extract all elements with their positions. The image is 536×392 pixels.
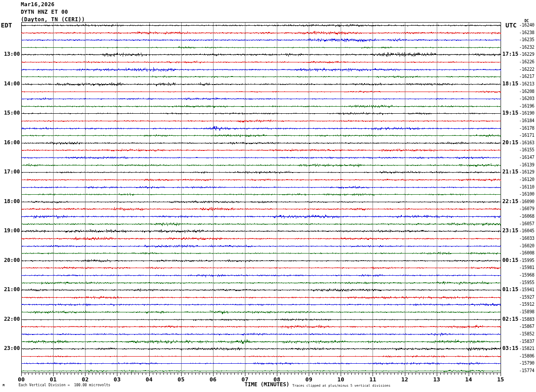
corner-mark: M <box>3 384 4 387</box>
right-time-label: 01:15 <box>502 286 518 292</box>
x-tick-label: 13 <box>431 376 443 383</box>
x-tick-label: 05 <box>175 376 187 383</box>
x-tick-label: 01 <box>47 376 59 383</box>
dc-value: -15790 <box>519 361 534 365</box>
x-tick-label: 15 <box>494 376 507 383</box>
right-time-label: 20:15 <box>502 139 518 146</box>
left-time-label: 22:00 <box>0 316 20 322</box>
x-tick-label: 02 <box>79 376 91 383</box>
left-timezone-label: EDT <box>1 22 12 29</box>
left-time-label: 17:00 <box>0 169 20 175</box>
x-tick-label: 14 <box>462 376 475 383</box>
dc-value: -16068 <box>519 214 534 219</box>
right-time-label: 03:15 <box>502 345 518 351</box>
dc-value: -15898 <box>519 309 534 314</box>
dc-value: -16229 <box>519 52 534 57</box>
dc-value: -15852 <box>519 331 534 336</box>
dc-value: -15995 <box>519 258 534 263</box>
dc-value: -16208 <box>519 89 534 94</box>
dc-value: -15774 <box>519 368 534 373</box>
dc-value: -16033 <box>519 236 534 241</box>
x-tick-label: 10 <box>334 376 347 383</box>
dc-value: -16190 <box>519 111 534 115</box>
left-time-label: 16:00 <box>0 139 20 146</box>
dc-value: -16232 <box>519 45 534 50</box>
right-time-label: 19:15 <box>502 110 518 116</box>
dc-value: -15968 <box>519 273 534 277</box>
dc-value: -15981 <box>519 265 534 270</box>
dc-value: -16120 <box>519 177 534 182</box>
right-time-label: 18:15 <box>502 81 518 87</box>
dc-value: -16235 <box>519 37 534 42</box>
dc-value: -15837 <box>519 339 534 344</box>
dc-value: -16008 <box>519 250 534 255</box>
left-time-label: 23:00 <box>0 345 20 351</box>
dc-value: -16226 <box>519 59 534 64</box>
dc-value: -16057 <box>519 221 534 226</box>
dc-value: -16090 <box>519 199 534 204</box>
right-time-label: 23:15 <box>502 227 518 234</box>
dc-value: -16238 <box>519 30 534 35</box>
dc-value: -16110 <box>519 184 534 189</box>
dc-value: -16045 <box>519 228 534 233</box>
left-time-label: 13:00 <box>0 51 20 57</box>
dc-value: -16196 <box>519 104 534 108</box>
x-tick-label: 09 <box>303 376 315 383</box>
left-time-label: 19:00 <box>0 227 20 234</box>
dc-value: -15912 <box>519 302 534 307</box>
dc-value: -16184 <box>519 118 534 123</box>
right-time-label: 17:15 <box>502 51 518 57</box>
dc-value: -15867 <box>519 324 534 329</box>
right-time-label: 21:15 <box>502 169 518 175</box>
dc-value: -16155 <box>519 147 534 152</box>
dc-value: -15883 <box>519 317 534 322</box>
x-tick-label: 06 <box>207 376 219 383</box>
dc-value: -16079 <box>519 206 534 211</box>
division-note: Each Vertical Division = 100.00 microvol… <box>19 383 110 387</box>
dc-value: -16129 <box>519 169 534 174</box>
x-tick-label: 11 <box>366 376 379 383</box>
dc-value: -15821 <box>519 346 534 351</box>
x-tick-label: 04 <box>143 376 155 383</box>
right-timezone-label: UTC <box>505 22 517 29</box>
clip-note: Traces clipped at plus/minus 5 vertical … <box>292 384 390 388</box>
left-time-label: 21:00 <box>0 286 20 292</box>
x-axis-title: TIME (MINUTES) <box>245 381 289 388</box>
header-location: (Dayton, TN (CERI)) <box>21 16 85 23</box>
dc-value: -16139 <box>519 162 534 167</box>
x-tick-label: 03 <box>111 376 123 383</box>
left-time-label: 20:00 <box>0 257 20 263</box>
dc-value: -15806 <box>519 354 534 358</box>
dc-value: -16203 <box>519 96 534 101</box>
dc-value: -16171 <box>519 133 534 138</box>
right-time-label: 02:15 <box>502 316 518 322</box>
left-time-label: 15:00 <box>0 110 20 116</box>
dc-value: -15941 <box>519 287 534 292</box>
dc-value: -16147 <box>519 155 534 160</box>
x-tick-label: 00 <box>15 376 27 383</box>
dc-value: -16217 <box>519 74 534 79</box>
dc-value: -16240 <box>519 23 534 27</box>
header-station: DYTN HNZ ET 00 <box>21 9 68 15</box>
header-date: Mar16,2026 <box>21 1 54 8</box>
helicorder-screen: { "header": { "date": "Mar16,2026", "sta… <box>0 0 536 392</box>
right-time-label: 00:15 <box>502 257 518 263</box>
dc-value: -16213 <box>519 81 534 86</box>
dc-value: -16020 <box>519 243 534 248</box>
right-time-label: 22:15 <box>502 198 518 204</box>
dc-value: -15927 <box>519 295 534 300</box>
dc-value: -15955 <box>519 280 534 285</box>
seismogram-plot <box>0 0 536 392</box>
x-tick-label: 12 <box>399 376 411 383</box>
left-time-label: 18:00 <box>0 198 20 204</box>
left-time-label: 14:00 <box>0 81 20 87</box>
dc-value: -16100 <box>519 192 534 196</box>
dc-value: -16163 <box>519 140 534 145</box>
dc-value: -16178 <box>519 126 534 131</box>
dc-value: -16222 <box>519 67 534 72</box>
